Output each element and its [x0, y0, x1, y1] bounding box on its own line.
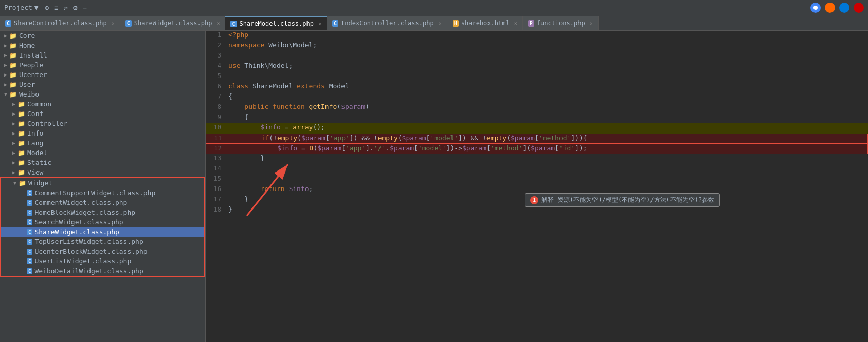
tree-item-people[interactable]: ▶📁People — [0, 60, 205, 70]
layout-icon[interactable]: ⇌ — [64, 4, 68, 12]
tree-item-ucenterblockwidget.class.php[interactable]: CUcenterBlockWidget.class.php — [1, 246, 204, 256]
settings-icon[interactable]: ⚙ — [73, 4, 77, 12]
tab-label: sharebox.html — [461, 20, 510, 27]
tab-icon: H — [453, 20, 459, 27]
tree-arrow-icon: ▶ — [2, 82, 9, 87]
project-dropdown[interactable]: Project ▼ — [4, 4, 39, 11]
tab-tab4[interactable]: CIndexController.class.php× — [327, 16, 447, 30]
line-content[interactable]: { — [226, 113, 868, 121]
line-content[interactable]: } — [226, 154, 868, 162]
line-content[interactable]: use Think\Model; — [226, 62, 868, 69]
browser-icons — [810, 3, 864, 13]
list-icon[interactable]: ≡ — [54, 4, 58, 12]
tab-label: ShareModel.class.php — [240, 20, 314, 27]
folder-icon: 📁 — [17, 149, 25, 157]
tab-label: ShareController.class.php — [14, 20, 107, 27]
tree-item-commentsupportwidget.class.php[interactable]: CCommentSupportWidget.class.php — [1, 188, 204, 198]
folder-icon: 📁 — [9, 91, 17, 98]
tab-tab5[interactable]: Hsharebox.html× — [447, 16, 523, 30]
tree-item-searchwidget.class.php[interactable]: CSearchWidget.class.php — [1, 217, 204, 227]
tree-arrow-icon: ▶ — [10, 121, 17, 126]
file-badge: C — [27, 268, 32, 274]
line-content[interactable]: <?php — [226, 31, 868, 39]
tab-close-button[interactable]: × — [112, 21, 115, 26]
line-content[interactable]: namespace Weibo\Model; — [226, 41, 868, 49]
file-badge: C — [27, 190, 32, 196]
tree-item-controller[interactable]: ▶📁Controller — [0, 119, 205, 128]
tree-arrow-icon: ▶ — [10, 101, 17, 107]
folder-icon: 📁 — [17, 159, 25, 166]
project-chevron-icon: ▼ — [34, 4, 39, 11]
tree-item-lang[interactable]: ▶📁Lang — [0, 138, 205, 148]
tree-item-commentwidget.class.php[interactable]: CCommentWidget.class.php — [1, 198, 204, 207]
tab-tab2[interactable]: CShareWidget.class.php× — [120, 16, 226, 30]
tree-item-label: Lang — [27, 139, 43, 147]
tree-item-sharewidget.class.php[interactable]: CShareWidget.class.php — [1, 227, 204, 237]
tree-item-ucenter[interactable]: ▶📁Ucenter — [0, 70, 205, 80]
line-number: 7 — [206, 92, 226, 100]
tree-item-homeblockwidget.class.php[interactable]: CHomeBlockWidget.class.php — [1, 207, 204, 217]
tree-arrow-icon: ▶ — [2, 33, 9, 39]
annotation-number: 1 — [530, 196, 538, 204]
tree-arrow-icon: ▶ — [2, 62, 9, 68]
tree-item-info[interactable]: ▶📁Info — [0, 128, 205, 138]
target-icon[interactable]: ⊕ — [45, 4, 49, 12]
folder-icon: 📁 — [9, 81, 17, 88]
file-badge: C — [27, 258, 32, 264]
tab-icon: C — [230, 21, 237, 27]
tree-item-label: View — [27, 168, 43, 176]
project-label: Project — [4, 4, 32, 11]
file-badge: C — [27, 239, 32, 245]
tree-item-userlistwidget.class.php[interactable]: CUserListWidget.class.php — [1, 256, 204, 266]
tree-item-label: UserListWidget.class.php — [34, 257, 131, 265]
tree-item-label: Conf — [27, 110, 43, 118]
line-number: 1 — [206, 31, 226, 39]
line-content[interactable]: $info = D($param['app'].'/'.$param['mode… — [227, 144, 867, 152]
line-content[interactable]: $info = array(); — [226, 123, 868, 131]
tree-item-core[interactable]: ▶📁Core — [0, 31, 205, 41]
line-number: 9 — [206, 113, 226, 121]
tab-close-button[interactable]: × — [439, 21, 442, 26]
tree-item-label: Core — [19, 32, 35, 40]
line-content[interactable]: if(!empty($param['app']) && !empty($para… — [227, 134, 867, 142]
tab-tab6[interactable]: Pfunctions.php× — [523, 16, 599, 30]
line-number: 15 — [206, 175, 226, 182]
line-content[interactable]: { — [226, 92, 868, 100]
opera-icon — [854, 3, 864, 13]
tab-close-button[interactable]: × — [318, 21, 321, 27]
minus-icon[interactable]: − — [82, 4, 86, 12]
tab-tab3[interactable]: CShareModel.class.php× — [225, 16, 327, 30]
tree-arrow-icon: ▼ — [2, 91, 9, 97]
tab-tab1[interactable]: CShareController.class.php× — [0, 16, 120, 30]
tree-item-conf[interactable]: ▶📁Conf — [0, 109, 205, 119]
tree-item-model[interactable]: ▶📁Model — [0, 148, 205, 158]
tree-item-user[interactable]: ▶📁User — [0, 80, 205, 89]
tree-arrow-icon: ▶ — [10, 111, 17, 117]
line-number: 8 — [206, 103, 226, 110]
tab-close-button[interactable]: × — [216, 21, 220, 26]
tab-close-button[interactable]: × — [590, 21, 593, 26]
tree-item-label: Static — [27, 159, 51, 166]
folder-icon: 📁 — [9, 62, 17, 69]
code-line-18: 18} — [206, 205, 868, 216]
tab-close-button[interactable]: × — [514, 21, 517, 26]
tree-item-topuserlistwidget.class.php[interactable]: CTopUserListWidget.class.php — [1, 237, 204, 246]
tree-item-view[interactable]: ▶📁View — [0, 167, 205, 177]
tree-item-label: WeiboDetailWidget.class.php — [34, 267, 143, 275]
line-number: 3 — [206, 51, 226, 59]
tree-item-static[interactable]: ▶📁Static — [0, 158, 205, 167]
file-badge: C — [27, 219, 32, 225]
tree-item-widget[interactable]: ▼📁Widget — [1, 178, 204, 188]
tree-item-install[interactable]: ▶📁Install — [0, 50, 205, 60]
tree-item-weibo[interactable]: ▼📁Weibo — [0, 89, 205, 99]
line-content[interactable]: return $info; — [226, 185, 868, 193]
tree-item-home[interactable]: ▶📁Home — [0, 41, 205, 50]
code-line-14: 14 — [206, 164, 868, 175]
line-content[interactable]: class ShareModel extends Model — [226, 82, 868, 90]
tree-arrow-icon: ▶ — [10, 160, 17, 165]
tree-item-common[interactable]: ▶📁Common — [0, 99, 205, 109]
tree-item-weibodetailwidget.class.php[interactable]: CWeiboDetailWidget.class.php — [1, 266, 204, 276]
folder-icon: 📁 — [9, 32, 17, 40]
file-badge: C — [27, 249, 32, 255]
line-content[interactable]: public function getInfo($param) — [226, 103, 868, 110]
